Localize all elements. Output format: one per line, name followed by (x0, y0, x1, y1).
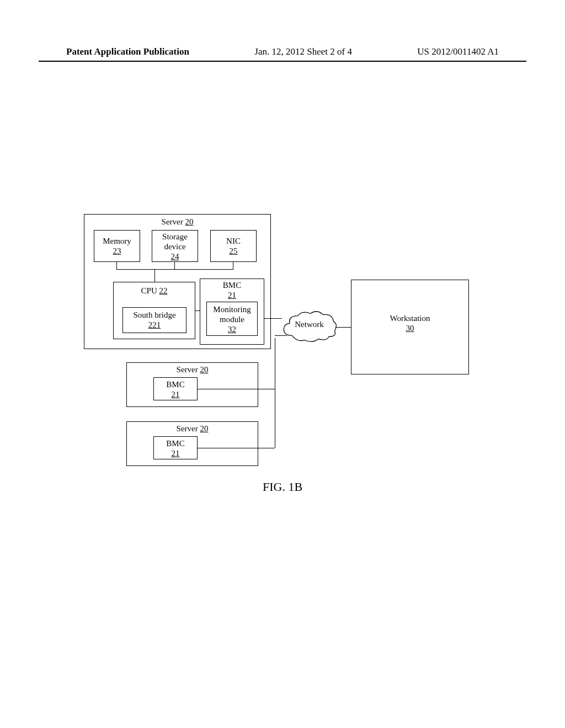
workstation-label: Workstation (351, 313, 468, 323)
connector-line (198, 389, 275, 389)
server-2-label: Server (177, 365, 198, 374)
connector-line (174, 262, 175, 270)
storage-box: Storage device 24 (152, 230, 198, 262)
south-bridge-ref: 221 (123, 320, 186, 330)
storage-label-2: device (152, 242, 198, 251)
server-3-ref: 20 (200, 424, 208, 433)
memory-label: Memory (94, 236, 140, 246)
bmc-2-label: BMC (154, 379, 197, 389)
server-2-title: Server 20 (127, 365, 258, 374)
bmc-2-box: BMC 21 (153, 377, 198, 400)
header-rule (39, 61, 526, 62)
cpu-title: CPU 22 (114, 286, 195, 296)
memory-box: Memory 23 (94, 230, 140, 262)
bmc-3-label: BMC (154, 438, 197, 448)
monitoring-ref: 32 (207, 324, 257, 334)
server-2-ref: 20 (200, 365, 208, 374)
south-bridge-label: South bridge (123, 310, 186, 320)
header-center: Jan. 12, 2012 Sheet 2 of 4 (254, 46, 352, 57)
connector-line (233, 262, 233, 270)
storage-ref: 24 (152, 251, 198, 261)
connector-line (116, 262, 117, 270)
server-3-title: Server 20 (127, 424, 258, 433)
connector-line (336, 327, 351, 328)
server-1-ref: 20 (185, 217, 193, 226)
nic-ref: 25 (211, 246, 256, 256)
page-header: Patent Application Publication Jan. 12, … (0, 46, 565, 57)
workstation-ref: 30 (351, 323, 468, 333)
nic-label: NIC (211, 236, 256, 246)
bmc-3-ref: 21 (154, 448, 197, 458)
header-left: Patent Application Publication (66, 46, 189, 57)
page: Patent Application Publication Jan. 12, … (0, 0, 565, 728)
monitoring-label-1: Monitoring (207, 304, 257, 314)
memory-ref: 23 (94, 246, 140, 256)
connector-line (195, 311, 200, 311)
storage-label-1: Storage (152, 232, 198, 242)
workstation-box: Workstation 30 (351, 280, 469, 374)
bmc-1-title: BMC 21 (200, 280, 264, 300)
connector-line (275, 338, 275, 448)
header-right: US 2012/0011402 A1 (417, 46, 499, 57)
cpu-ref: 22 (159, 286, 167, 295)
monitoring-label-2: module (207, 314, 257, 324)
server-3-label: Server (177, 424, 198, 433)
cpu-label: CPU (141, 286, 157, 295)
server-1-title: Server 20 (84, 217, 270, 227)
bmc-1-ref: 21 (200, 290, 264, 300)
connector-line (275, 335, 287, 336)
server-1-label: Server (162, 217, 183, 226)
connector-line (116, 269, 233, 270)
bmc-2-ref: 21 (154, 389, 197, 399)
connector-line (154, 269, 155, 282)
bmc-3-box: BMC 21 (153, 436, 198, 459)
south-bridge-box: South bridge 221 (122, 307, 186, 333)
connector-line (198, 448, 275, 448)
network-label: Network (280, 320, 338, 329)
network-cloud: Network (280, 308, 338, 344)
nic-box: NIC 25 (210, 230, 257, 262)
connector-line (264, 318, 282, 319)
monitoring-module-box: Monitoring module 32 (206, 302, 258, 336)
figure-caption: FIG. 1B (0, 480, 565, 494)
bmc-1-label: BMC (200, 280, 264, 290)
